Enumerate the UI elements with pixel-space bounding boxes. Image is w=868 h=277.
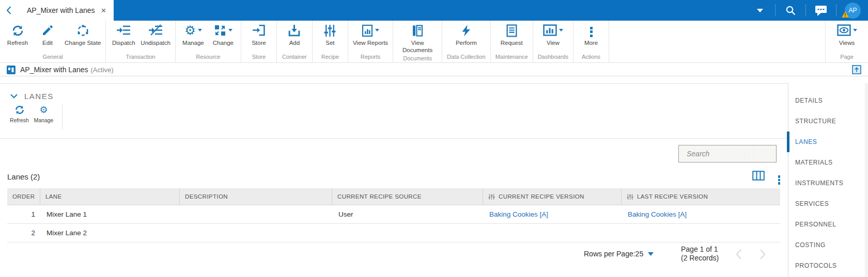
search-input[interactable] bbox=[687, 150, 781, 158]
button-label: Request bbox=[501, 40, 523, 47]
expand-up-icon bbox=[852, 65, 861, 74]
right-sidebar-nav: DETAILS STRUCTURE LANES MATERIALS INSTRU… bbox=[788, 83, 868, 277]
top-bar: AP_Mixer with Lanes ✕ AP bbox=[0, 0, 868, 21]
top-bar-right: AP bbox=[752, 0, 868, 21]
refresh-button[interactable]: Refresh bbox=[3, 21, 33, 53]
book-icon bbox=[411, 24, 424, 37]
rows-per-page-dropdown[interactable]: Rows per Page:25 bbox=[584, 250, 654, 258]
edit-button[interactable]: Edit bbox=[33, 21, 63, 53]
gear-icon: ⚙ bbox=[184, 24, 196, 37]
ribbon-group-maintenance: Request Maintenance bbox=[491, 21, 533, 62]
table-row[interactable]: 1 Mixer Lane 1 User Baking Cookies [A] B… bbox=[7, 205, 780, 224]
ribbon-group-general: Refresh Edit Change State General bbox=[0, 21, 106, 62]
undispatch-icon bbox=[149, 24, 163, 36]
column-header-description[interactable]: DESCRIPTION bbox=[180, 188, 332, 205]
search-icon bbox=[785, 5, 796, 16]
ribbon-group-label: Dashboards bbox=[536, 53, 570, 62]
current-recipe-version-link[interactable]: Baking Cookies [A] bbox=[489, 210, 548, 218]
messages-button[interactable] bbox=[813, 4, 829, 17]
lanes-section-toggle[interactable]: LANES bbox=[10, 92, 54, 101]
sidebar-item-details[interactable]: DETAILS bbox=[788, 90, 868, 111]
cell-lane: Mixer Lane 2 bbox=[40, 224, 180, 242]
section-toolbar: Refresh ⚙ Manage bbox=[7, 105, 63, 129]
store-icon bbox=[252, 24, 265, 36]
request-button[interactable]: Request bbox=[497, 21, 526, 53]
record-count: (2 Records) bbox=[681, 254, 719, 263]
column-header-current-recipe-version[interactable]: CURRENT RECIPE VERSION bbox=[483, 188, 622, 205]
avatar-initials: AP bbox=[848, 7, 857, 14]
sidebar-item-personnel[interactable]: PERSONNEL bbox=[788, 214, 868, 235]
undispatch-button[interactable]: Undispatch bbox=[138, 21, 173, 53]
button-label: Set bbox=[326, 40, 334, 47]
column-chooser-button[interactable] bbox=[752, 171, 765, 183]
caret-down-icon bbox=[853, 29, 857, 31]
view-reports-button[interactable]: View Reports bbox=[351, 21, 390, 53]
sidebar-item-protocols[interactable]: PROTOCOLS bbox=[788, 255, 868, 276]
column-header-order[interactable]: ORDER bbox=[7, 188, 40, 205]
ribbon-group-label: General bbox=[3, 53, 103, 62]
tab-dropdown-button[interactable] bbox=[752, 9, 768, 12]
section-manage-button[interactable]: ⚙ Manage bbox=[32, 105, 56, 129]
equipment-icon bbox=[7, 66, 16, 74]
change-resource-button[interactable]: Change bbox=[208, 21, 238, 53]
sidebar-item-materials[interactable]: MATERIALS bbox=[788, 152, 868, 173]
button-label: Manage bbox=[182, 40, 204, 47]
cell-current-recipe-version bbox=[483, 224, 622, 242]
set-recipe-button[interactable]: Set bbox=[315, 21, 345, 53]
sidebar-item-costing[interactable]: COSTING bbox=[788, 235, 868, 255]
dispatch-button[interactable]: Dispatch bbox=[109, 21, 138, 53]
perform-button[interactable]: Perform bbox=[451, 21, 481, 53]
next-page-button[interactable] bbox=[760, 248, 766, 263]
filter-sliders-icon bbox=[627, 193, 633, 200]
manage-resource-button[interactable]: ⚙ Manage bbox=[178, 21, 208, 53]
scrollbar[interactable] bbox=[865, 83, 868, 277]
views-button[interactable]: Views bbox=[832, 21, 862, 53]
warning-badge-icon bbox=[842, 10, 849, 20]
button-label: Refresh bbox=[10, 117, 29, 123]
column-header-lane[interactable]: LANE bbox=[40, 188, 180, 205]
store-button[interactable]: Store bbox=[244, 21, 274, 53]
back-button[interactable] bbox=[0, 6, 16, 14]
ribbon-group-store: Store Store bbox=[241, 21, 277, 62]
column-header-last-recipe-version[interactable]: LAST RECIPE VERSION bbox=[622, 188, 780, 205]
view-documents-button[interactable]: View Documents bbox=[396, 21, 439, 54]
cell-current-recipe-source: User bbox=[332, 205, 483, 223]
caret-down-icon bbox=[228, 29, 233, 31]
divider bbox=[805, 5, 806, 16]
sidebar-item-services[interactable]: SERVICES bbox=[788, 193, 868, 214]
button-label: Edit bbox=[42, 40, 53, 47]
gear-icon: ⚙ bbox=[39, 105, 48, 115]
chevron-down-icon bbox=[10, 94, 18, 99]
sidebar-item-instruments[interactable]: INSTRUMENTS bbox=[788, 173, 868, 193]
sliders-icon bbox=[323, 24, 336, 37]
user-menu[interactable]: AP bbox=[845, 3, 861, 19]
section-title: LANES bbox=[24, 92, 54, 101]
last-recipe-version-link[interactable]: Baking Cookies [A] bbox=[628, 210, 687, 218]
table-menu-button[interactable] bbox=[778, 174, 781, 179]
kebab-icon bbox=[778, 175, 781, 178]
pagination-bar: Rows per Page:25 Page 1 of 1 (2 Records) bbox=[0, 242, 787, 268]
tab-close-icon[interactable]: ✕ bbox=[101, 7, 106, 14]
back-chevron-icon bbox=[6, 6, 11, 14]
change-state-button[interactable]: Change State bbox=[63, 21, 103, 53]
global-search-button[interactable] bbox=[783, 5, 798, 16]
column-header-current-recipe-source[interactable]: CURRENT RECIPE SOURCE bbox=[332, 188, 483, 205]
cell-last-recipe-version bbox=[622, 224, 780, 242]
ribbon-group-data-collection: Perform Data Collection bbox=[442, 21, 491, 62]
button-label: Perform bbox=[456, 40, 477, 47]
section-refresh-button[interactable]: Refresh bbox=[7, 105, 32, 129]
ribbon-group-label: Resource bbox=[178, 53, 238, 62]
table-row[interactable]: 2 Mixer Lane 2 bbox=[7, 224, 780, 242]
sidebar-item-lanes[interactable]: LANES bbox=[788, 132, 868, 152]
add-container-button[interactable]: Add bbox=[280, 21, 309, 53]
previous-page-button[interactable] bbox=[735, 248, 742, 263]
lanes-table: ORDER LANE DESCRIPTION CURRENT RECIPE SO… bbox=[7, 188, 780, 242]
tab-ap-mixer-with-lanes[interactable]: AP_Mixer with Lanes ✕ bbox=[16, 0, 114, 21]
button-label: Refresh bbox=[7, 40, 28, 47]
view-dashboards-button[interactable]: View bbox=[538, 21, 568, 53]
eye-box-icon bbox=[837, 24, 851, 36]
ribbon-group-page: Views Page bbox=[825, 21, 868, 62]
sidebar-item-structure[interactable]: STRUCTURE bbox=[788, 111, 868, 132]
expand-button[interactable] bbox=[852, 65, 861, 74]
more-actions-button[interactable]: More bbox=[576, 21, 606, 53]
